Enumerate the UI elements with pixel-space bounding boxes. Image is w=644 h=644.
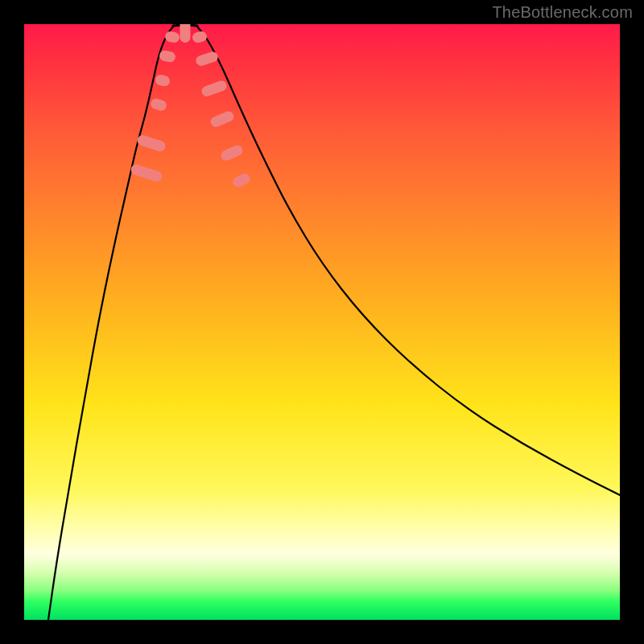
marker-capsule — [200, 79, 229, 97]
watermark-text: TheBottleneck.com — [492, 3, 633, 22]
marker-capsule — [164, 31, 180, 43]
marker-capsule — [150, 97, 168, 112]
curve-lines — [48, 25, 620, 620]
marker-capsule — [195, 50, 220, 67]
marker-capsule — [130, 163, 163, 184]
marker-capsule — [220, 143, 245, 162]
marker-capsule — [136, 134, 167, 152]
marker-capsule — [180, 24, 191, 43]
marker-capsule — [155, 74, 171, 88]
chart-frame: TheBottleneck.com — [0, 0, 644, 644]
marker-capsule — [231, 171, 251, 188]
series-right-branch — [197, 27, 620, 495]
marker-capsule — [209, 109, 236, 128]
plot-area — [24, 24, 620, 620]
marker-capsule — [192, 31, 208, 43]
chart-svg — [24, 24, 620, 620]
marker-capsule — [159, 50, 176, 64]
series-left-branch — [48, 27, 173, 620]
